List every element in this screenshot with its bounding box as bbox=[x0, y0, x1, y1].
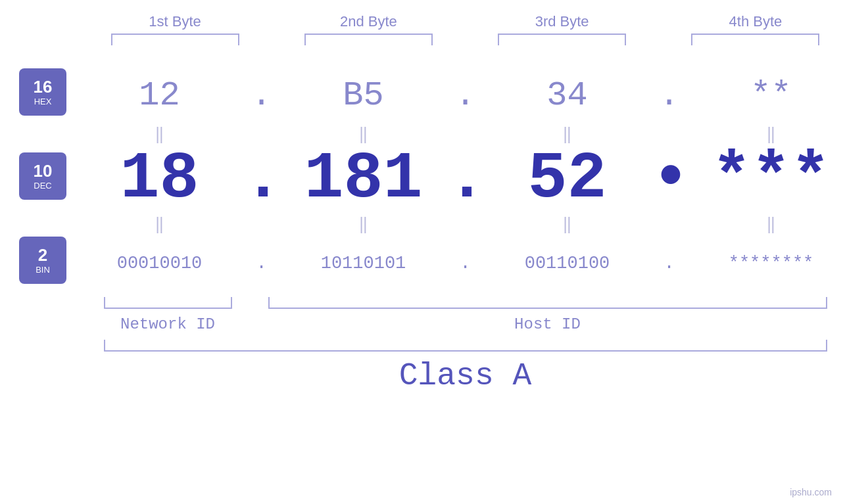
bracket-top-4 bbox=[691, 34, 819, 45]
bracket-top-2 bbox=[304, 34, 433, 45]
watermark: ipshu.com bbox=[790, 487, 832, 497]
bin-byte3: 00110100 bbox=[503, 254, 631, 273]
byte1-header: 1st Byte bbox=[111, 13, 239, 30]
hex-badge: 16 HEX bbox=[19, 68, 66, 116]
dec-row: 10 DEC 18 . 181 . 52 • *** bbox=[0, 147, 845, 212]
hex-dot2: . bbox=[447, 76, 483, 115]
byte2-header: 2nd Byte bbox=[304, 13, 433, 30]
dec-badge: 10 DEC bbox=[19, 152, 66, 200]
dec-dot3: • bbox=[651, 147, 687, 212]
dec-byte2: 181 bbox=[299, 147, 427, 212]
hex-dot3: . bbox=[651, 76, 687, 115]
dec-byte4: *** bbox=[707, 147, 835, 212]
dec-byte1: 18 bbox=[95, 147, 224, 212]
hex-row: 16 HEX 12 . B5 . 34 . ** bbox=[0, 68, 845, 122]
bin-byte1: 00010010 bbox=[95, 254, 224, 273]
bin-dot2: . bbox=[447, 254, 483, 273]
hex-byte3: 34 bbox=[503, 76, 631, 115]
eq-row-2: ‖ ‖ ‖ ‖ bbox=[0, 212, 845, 237]
hex-byte4: ** bbox=[707, 76, 835, 115]
hex-byte2: B5 bbox=[299, 76, 427, 115]
dec-dot2: . bbox=[447, 147, 483, 212]
host-id-label: Host ID bbox=[268, 315, 827, 333]
bracket-bottom-large bbox=[104, 340, 827, 352]
bin-dot3: . bbox=[651, 254, 687, 273]
hex-byte1: 12 bbox=[95, 76, 224, 115]
main-container: 1st Byte 2nd Byte 3rd Byte 4th Byte 16 H… bbox=[0, 0, 845, 504]
byte4-header: 4th Byte bbox=[691, 13, 819, 30]
bracket-bottom-network bbox=[104, 297, 232, 309]
dec-dot1: . bbox=[243, 147, 279, 212]
bin-badge: 2 BIN bbox=[19, 237, 66, 284]
network-id-label: Network ID bbox=[104, 315, 232, 333]
dec-byte3: 52 bbox=[503, 147, 631, 212]
bin-byte4: ******** bbox=[707, 254, 835, 273]
bracket-top-3 bbox=[498, 34, 626, 45]
bin-row: 2 BIN 00010010 . 10110101 . 00110100 . *… bbox=[0, 237, 845, 290]
hex-dot1: . bbox=[243, 76, 279, 115]
bracket-bottom-host bbox=[268, 297, 827, 309]
class-label: Class A bbox=[104, 358, 827, 394]
bin-dot1: . bbox=[243, 254, 279, 273]
bin-byte2: 10110101 bbox=[299, 254, 427, 273]
bracket-top-1 bbox=[111, 34, 239, 45]
byte3-header: 3rd Byte bbox=[498, 13, 626, 30]
